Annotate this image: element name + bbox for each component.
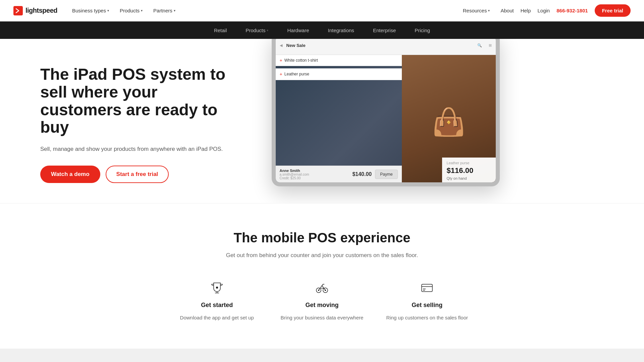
pos-item-2-name: Leather purse: [284, 72, 309, 76]
mobile-pos-subtitle: Get out from behind your counter and joi…: [13, 252, 631, 259]
nav-business-types[interactable]: Business types ▾: [68, 5, 113, 16]
watch-demo-button[interactable]: Watch a demo: [40, 166, 100, 183]
feature-get-selling: Get selling Ring up customers on the sal…: [381, 279, 473, 322]
secondary-nav-enterprise[interactable]: Enterprise: [370, 26, 398, 35]
phone-number[interactable]: 866-932-1801: [556, 8, 588, 13]
secondary-nav-retail[interactable]: Retail: [211, 26, 229, 35]
customer-info: Anne Smith a.smith@email.com Credit: $25…: [280, 169, 309, 180]
chevron-down-icon: ▾: [488, 9, 490, 12]
top-navigation: lightspeed Business types ▾ Products ▾ P…: [0, 0, 644, 21]
nav-about[interactable]: About: [500, 8, 514, 13]
secondary-nav-integrations[interactable]: Integrations: [325, 26, 357, 35]
hero-title: The iPad POS system to sell where your c…: [40, 66, 228, 136]
hero-image-area: ◀ New Sale 🔍 ⊞ + White cotton t-shirt $2…: [245, 39, 644, 203]
svg-point-1: [216, 287, 218, 289]
right-nav: Resources ▾ About Help Login 866-932-180…: [459, 4, 631, 17]
pos-bottom-bar: Anne Smith a.smith@email.com Credit: $25…: [276, 166, 402, 182]
ipad-frame: ◀ New Sale 🔍 ⊞ + White cotton t-shirt $2…: [272, 39, 500, 186]
chevron-down-icon: ▾: [141, 9, 143, 12]
logo[interactable]: lightspeed: [13, 6, 57, 15]
card-icon: [418, 279, 436, 296]
product-overlay: Leather purse $116.00 Qty on hand Leathe…: [442, 158, 496, 182]
product-image: 👜 Leather purse $116.00 Qty on hand Leat…: [402, 55, 496, 182]
feature-get-selling-desc: Ring up customers on the sales floor: [386, 314, 468, 322]
pos-title: New Sale: [286, 43, 306, 48]
chevron-down-icon: ▾: [267, 28, 268, 32]
payment-button[interactable]: Payme: [375, 170, 397, 179]
product-qty: Qty on hand: [447, 176, 491, 180]
main-nav-items: Business types ▾ Products ▾ Partners ▾: [68, 5, 459, 16]
nav-resources[interactable]: Resources ▾: [459, 5, 494, 16]
features-grid: Get started Download the app and get set…: [171, 279, 473, 322]
chevron-down-icon: ▾: [174, 9, 175, 12]
hero-description: Sell, manage and show your products from…: [40, 144, 228, 154]
customer-name: Anne Smith: [280, 169, 309, 173]
secondary-nav-hardware[interactable]: Hardware: [284, 26, 312, 35]
pos-interface-header: ◀ New Sale 🔍 ⊞: [276, 39, 496, 55]
total-area: $140.00 Payme: [352, 170, 397, 179]
total-price: $140.00: [352, 171, 372, 177]
secondary-nav-products[interactable]: Products ▾: [243, 26, 271, 35]
feature-get-moving-desc: Bring your business data everywhere: [281, 314, 364, 322]
credit-info: Credit: $25.00: [280, 176, 309, 180]
product-name-label: Leather purse: [447, 161, 491, 165]
ipad-screen: ◀ New Sale 🔍 ⊞ + White cotton t-shirt $2…: [276, 39, 496, 182]
nav-help[interactable]: Help: [521, 8, 531, 13]
nav-products[interactable]: Products ▾: [116, 5, 147, 16]
feature-get-moving: Get moving Bring your business data ever…: [276, 279, 368, 322]
product-price: $116.00: [447, 166, 491, 175]
hero-content: The iPad POS system to sell where your c…: [40, 66, 228, 183]
nav-login[interactable]: Login: [538, 8, 550, 13]
secondary-navigation: Retail Products ▾ Hardware Integrations …: [0, 21, 644, 39]
hero-buttons: Watch a demo Start a free trial: [40, 166, 228, 183]
mobile-pos-section: The mobile POS experience Get out from b…: [0, 203, 644, 349]
pos-item-1-name: White cotton t-shirt: [284, 58, 318, 63]
ipad-mockup: ◀ New Sale 🔍 ⊞ + White cotton t-shirt $2…: [272, 39, 506, 193]
hero-section: The iPad POS system to sell where your c…: [0, 39, 644, 203]
feature-get-selling-title: Get selling: [412, 302, 442, 309]
feature-get-moving-title: Get moving: [305, 302, 338, 309]
logo-text: lightspeed: [25, 7, 57, 14]
nav-partners[interactable]: Partners ▾: [149, 5, 179, 16]
chevron-down-icon: ▾: [107, 9, 109, 12]
mobile-pos-title: The mobile POS experience: [13, 230, 631, 245]
customer-email: a.smith@email.com: [280, 173, 309, 176]
feature-get-started: Get started Download the app and get set…: [171, 279, 263, 322]
secondary-nav-pricing[interactable]: Pricing: [412, 26, 433, 35]
bicycle-icon: [313, 279, 331, 296]
start-free-trial-button[interactable]: Start a free trial: [106, 166, 169, 183]
product-material: Leather: [447, 182, 491, 182]
trophy-icon: [208, 279, 226, 296]
free-trial-button[interactable]: Free trial: [595, 4, 631, 17]
feature-get-started-desc: Download the app and get set up: [180, 314, 254, 322]
feature-get-started-title: Get started: [201, 302, 233, 309]
